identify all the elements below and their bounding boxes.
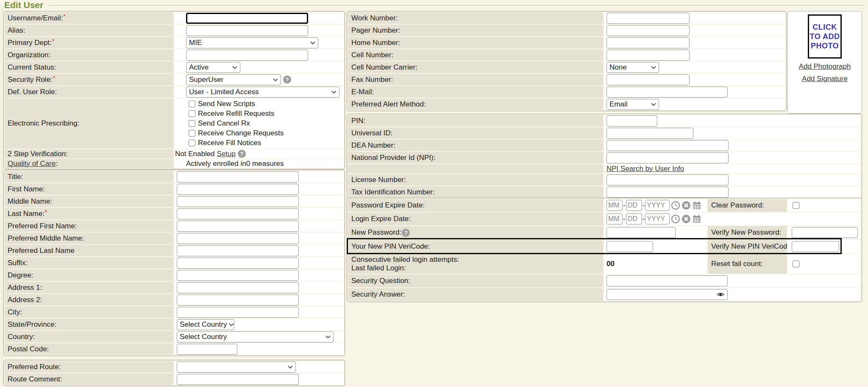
row-primary-dept: Primary Dept:* MIE xyxy=(5,37,344,48)
country-select[interactable]: Select Country xyxy=(177,331,334,342)
add-signature-link[interactable]: Add Signature xyxy=(802,75,848,83)
security-answer-input[interactable] xyxy=(606,289,728,300)
row-home-number: Home Number: xyxy=(348,37,785,48)
setup-link[interactable]: Setup xyxy=(217,150,236,158)
row-state-province: State/Province: Select Country xyxy=(5,319,344,330)
receive-fill-notices-checkbox[interactable] xyxy=(189,140,195,146)
last-name-input[interactable] xyxy=(177,208,299,219)
required-asterisk: * xyxy=(52,38,54,44)
quality-of-care-link[interactable]: Quality of Care xyxy=(8,160,56,168)
receive-change-requests-checkbox[interactable] xyxy=(189,130,195,137)
work-number-input[interactable] xyxy=(606,13,690,24)
postal-code-input[interactable] xyxy=(177,344,237,355)
license-number-input[interactable] xyxy=(606,174,729,185)
suffix-input[interactable] xyxy=(177,258,299,269)
verify-pin-vericode-label: Verify New PIN VeriCode: xyxy=(711,242,793,251)
middle-name-label: Middle Name: xyxy=(8,197,52,206)
help-icon[interactable]: ? xyxy=(402,229,410,237)
primary-dept-select[interactable]: MIE xyxy=(186,37,318,48)
help-icon[interactable]: ? xyxy=(283,76,291,84)
fieldset-legend-line xyxy=(49,5,865,6)
def-user-role-select[interactable]: User - Limited Access xyxy=(186,87,339,98)
row-postal-code: Postal Code: xyxy=(5,343,344,355)
verify-pin-vericode-input[interactable] xyxy=(792,241,839,252)
preferred-last-name-input[interactable] xyxy=(177,245,299,256)
password-expire-dd-input[interactable] xyxy=(626,200,642,211)
middle-name-input[interactable] xyxy=(177,196,299,207)
current-status-select[interactable]: Active xyxy=(186,62,240,73)
cell-carrier-select[interactable]: None xyxy=(606,62,659,73)
preferred-middle-name-label: Preferred Middle Name: xyxy=(8,234,84,243)
organization-input[interactable] xyxy=(186,50,308,61)
dea-number-label: DEA Number: xyxy=(351,141,395,150)
address1-input[interactable] xyxy=(177,282,299,293)
checkbox-label: Send New Scripts xyxy=(198,100,255,108)
city-input[interactable] xyxy=(177,307,299,318)
date-separator xyxy=(642,201,645,210)
required-asterisk: * xyxy=(63,13,65,20)
row-current-status: Current Status: Active xyxy=(5,62,344,73)
username-label: Username/Email: xyxy=(8,14,63,22)
calendar-icon[interactable] xyxy=(692,214,701,224)
send-cancel-rx-checkbox[interactable] xyxy=(189,120,195,127)
failed-attempts-value: 00 xyxy=(606,260,615,268)
add-photo-placeholder[interactable]: CLICK TO ADD PHOTO xyxy=(808,14,842,59)
calendar-icon[interactable] xyxy=(692,201,701,210)
clock-icon[interactable] xyxy=(671,214,680,224)
receive-refill-requests-checkbox[interactable] xyxy=(189,110,195,117)
row-title: Title: xyxy=(5,171,344,182)
row-npi-search: NPI Search by User Info xyxy=(348,164,861,173)
route-comment-label: Route Comment: xyxy=(8,375,62,384)
reset-fail-count-checkbox[interactable] xyxy=(793,261,799,267)
address2-input[interactable] xyxy=(177,294,299,306)
title-input[interactable] xyxy=(177,171,299,182)
verify-new-password-input[interactable] xyxy=(792,227,858,238)
state-province-label: State/Province: xyxy=(8,320,56,329)
send-new-scripts-checkbox[interactable] xyxy=(189,101,195,107)
preferred-route-select[interactable] xyxy=(177,362,296,373)
row-address1: Address 1: xyxy=(5,282,344,293)
email-input[interactable] xyxy=(606,87,728,98)
clear-date-icon[interactable] xyxy=(682,201,691,210)
fax-number-input[interactable] xyxy=(606,74,690,85)
cell-number-input[interactable] xyxy=(606,50,690,61)
password-expire-mm-input[interactable] xyxy=(606,200,623,211)
dea-number-input[interactable] xyxy=(606,140,729,151)
security-question-input[interactable] xyxy=(606,275,728,286)
help-icon[interactable]: ? xyxy=(238,150,246,158)
new-password-input[interactable] xyxy=(606,227,676,238)
home-number-input[interactable] xyxy=(606,37,690,48)
tax-id-input[interactable] xyxy=(606,187,729,198)
username-input[interactable] xyxy=(186,13,308,24)
first-name-input[interactable] xyxy=(177,184,299,195)
alert-method-select[interactable]: Email xyxy=(606,99,659,110)
add-photograph-link[interactable]: Add Photograph xyxy=(799,62,851,71)
npi-search-link[interactable]: NPI Search by User Info xyxy=(606,165,684,173)
degree-input[interactable] xyxy=(177,270,299,281)
identifiers-section: PIN: Universal ID: DEA Number: National … xyxy=(347,114,862,199)
preferred-middle-name-input[interactable] xyxy=(177,233,299,244)
route-comment-input[interactable] xyxy=(177,374,299,385)
address1-label: Address 1: xyxy=(8,283,42,292)
row-cell-carrier: Cell Number Carrier: None xyxy=(348,62,785,73)
show-password-eye-icon[interactable] xyxy=(717,292,724,297)
state-province-select[interactable]: Select Country xyxy=(177,319,234,330)
login-expire-dd-input[interactable] xyxy=(626,213,642,224)
login-expire-mm-input[interactable] xyxy=(606,213,623,224)
photo-placeholder-text: TO ADD xyxy=(810,32,840,41)
pager-number-input[interactable] xyxy=(606,25,690,36)
pin-input[interactable] xyxy=(606,115,657,126)
alias-input[interactable] xyxy=(186,25,308,36)
cell-carrier-value: None xyxy=(609,63,627,72)
clear-date-icon[interactable] xyxy=(682,214,691,224)
security-role-select[interactable]: SuperUser xyxy=(186,74,281,85)
preferred-first-name-input[interactable] xyxy=(177,221,299,232)
universal-id-input[interactable] xyxy=(606,128,693,139)
login-expire-date-group xyxy=(606,213,701,224)
login-expire-yyyy-input[interactable] xyxy=(645,213,670,224)
npi-input[interactable] xyxy=(606,152,729,163)
password-expire-yyyy-input[interactable] xyxy=(645,200,670,211)
clock-icon[interactable] xyxy=(671,201,680,210)
pin-vericode-input[interactable] xyxy=(606,241,653,252)
clear-password-checkbox[interactable] xyxy=(793,202,799,209)
